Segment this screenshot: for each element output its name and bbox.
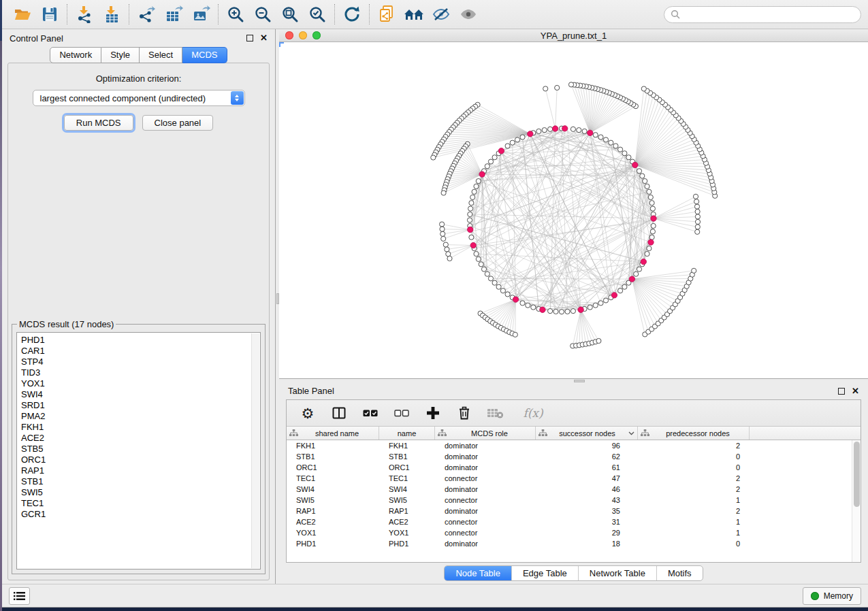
- close-panel-icon[interactable]: ✕: [852, 388, 859, 395]
- mcds-node[interactable]: [498, 148, 504, 154]
- ring-node[interactable]: [485, 271, 489, 276]
- run-mcds-button[interactable]: Run MCDS: [64, 115, 133, 131]
- list-item[interactable]: ACE2: [21, 433, 251, 444]
- tab-select[interactable]: Select: [140, 47, 182, 63]
- save-session-button[interactable]: [36, 3, 63, 26]
- show-panels-button[interactable]: [9, 587, 30, 605]
- leaf-node[interactable]: [443, 242, 448, 247]
- export-network-button[interactable]: [133, 3, 160, 26]
- mcds-node[interactable]: [648, 240, 654, 245]
- list-item[interactable]: TEC1: [21, 498, 251, 509]
- ring-node[interactable]: [469, 201, 474, 205]
- list-item[interactable]: FKH1: [21, 422, 251, 433]
- ring-node[interactable]: [479, 262, 483, 267]
- ring-node[interactable]: [613, 144, 618, 148]
- ring-node[interactable]: [582, 129, 587, 133]
- column-header-successor-nodes[interactable]: successor nodes: [536, 427, 638, 440]
- mcds-node[interactable]: [562, 126, 568, 131]
- ring-node[interactable]: [650, 229, 655, 234]
- export-table-button[interactable]: [160, 3, 187, 26]
- table-row[interactable]: ACE2ACE2connector311: [287, 516, 861, 527]
- ring-node[interactable]: [496, 284, 501, 289]
- mcds-node[interactable]: [629, 276, 634, 282]
- leaf-node[interactable]: [440, 231, 445, 236]
- list-item[interactable]: PHD1: [21, 335, 251, 346]
- optimization-criterion-dropdown[interactable]: largest connected component (undirected): [33, 90, 245, 106]
- ring-node[interactable]: [603, 137, 608, 142]
- ring-node[interactable]: [647, 189, 652, 194]
- leaf-node[interactable]: [641, 86, 646, 91]
- leaf-node[interactable]: [568, 82, 573, 87]
- ring-node[interactable]: [637, 169, 641, 174]
- mcds-node[interactable]: [632, 162, 638, 167]
- import-network-button[interactable]: [71, 3, 98, 26]
- tab-edge-table[interactable]: Edge Table: [511, 566, 578, 580]
- ring-node[interactable]: [468, 206, 473, 211]
- tab-motifs[interactable]: Motifs: [656, 566, 703, 580]
- ring-node[interactable]: [640, 174, 645, 178]
- ring-node[interactable]: [618, 288, 623, 293]
- table-row[interactable]: TEC1TEC1connector472: [287, 473, 861, 484]
- refresh-button[interactable]: [338, 3, 366, 26]
- ring-node[interactable]: [609, 140, 613, 145]
- leaf-node[interactable]: [695, 209, 700, 214]
- ring-node[interactable]: [651, 223, 656, 228]
- tab-mcds[interactable]: MCDS: [182, 47, 227, 63]
- function-builder-button[interactable]: f(x): [518, 404, 548, 422]
- ring-node[interactable]: [531, 305, 536, 310]
- leaf-node[interactable]: [513, 332, 517, 337]
- ring-node[interactable]: [643, 178, 647, 183]
- leaf-node[interactable]: [694, 199, 699, 204]
- column-header-predecessor-nodes[interactable]: predecessor nodes: [638, 427, 750, 440]
- splitter-handle[interactable]: [574, 380, 585, 382]
- list-item[interactable]: CAR1: [21, 346, 251, 357]
- leaf-node[interactable]: [441, 236, 446, 241]
- list-item[interactable]: PMA2: [21, 411, 251, 422]
- ring-node[interactable]: [548, 127, 553, 131]
- mcds-node[interactable]: [651, 216, 656, 221]
- tab-style[interactable]: Style: [101, 47, 140, 63]
- ring-node[interactable]: [593, 303, 598, 308]
- ring-node[interactable]: [474, 184, 479, 188]
- search-box[interactable]: [664, 6, 861, 23]
- list-item[interactable]: STB5: [21, 444, 251, 455]
- tab-network-table[interactable]: Network Table: [578, 566, 656, 580]
- ring-node[interactable]: [474, 251, 479, 256]
- memory-button[interactable]: Memory: [803, 587, 861, 605]
- ring-node[interactable]: [505, 144, 510, 148]
- close-panel-button[interactable]: Close panel: [142, 115, 214, 131]
- mcds-node[interactable]: [468, 227, 473, 232]
- mcds-node[interactable]: [611, 293, 617, 298]
- column-header-MCDS-role[interactable]: MCDS role: [435, 427, 536, 440]
- list-item[interactable]: RAP1: [21, 465, 251, 476]
- list-item[interactable]: SRD1: [21, 400, 251, 411]
- ring-node[interactable]: [542, 128, 547, 133]
- mcds-node[interactable]: [528, 131, 533, 137]
- ring-node[interactable]: [559, 310, 564, 314]
- search-input[interactable]: [684, 10, 854, 19]
- ring-node[interactable]: [565, 309, 570, 314]
- table-row[interactable]: PHD1PHD1dominator180: [287, 538, 861, 549]
- leaf-node[interactable]: [446, 252, 451, 257]
- ring-node[interactable]: [649, 235, 654, 240]
- float-panel-icon[interactable]: [246, 35, 253, 42]
- mcds-node[interactable]: [470, 242, 476, 248]
- ring-node[interactable]: [476, 178, 481, 183]
- ring-node[interactable]: [645, 184, 649, 188]
- zoom-selected-button[interactable]: [304, 3, 331, 26]
- list-item[interactable]: TID3: [21, 367, 251, 378]
- ring-node[interactable]: [645, 251, 649, 256]
- deselect-all-checkboxes-button[interactable]: [393, 404, 411, 422]
- horizontal-splitter[interactable]: [279, 378, 868, 382]
- ring-node[interactable]: [647, 246, 652, 250]
- ring-node[interactable]: [470, 195, 475, 199]
- close-panel-icon[interactable]: ✕: [260, 35, 268, 42]
- leaf-node[interactable]: [695, 225, 700, 229]
- ring-node[interactable]: [548, 309, 553, 314]
- table-row[interactable]: ORC1ORC1dominator610: [287, 462, 861, 473]
- ring-node[interactable]: [570, 127, 575, 131]
- ring-node[interactable]: [622, 284, 627, 289]
- table-row[interactable]: SWI5SWI5connector431: [287, 495, 861, 506]
- leaf-node[interactable]: [441, 191, 446, 195]
- ring-node[interactable]: [476, 257, 481, 261]
